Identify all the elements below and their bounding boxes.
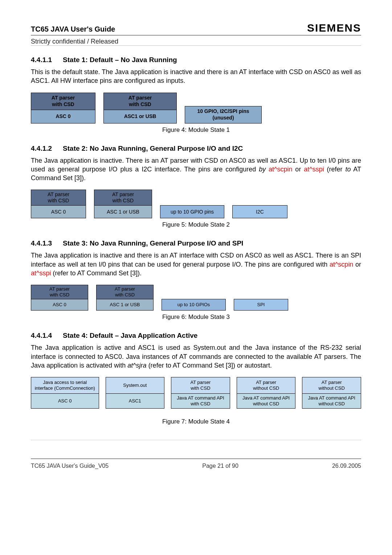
diag1-asc1: ASC1 or USB <box>103 110 177 123</box>
diag2-i2c: I2C <box>232 205 287 218</box>
section-title: State 4: Default – Java Application Acti… <box>63 332 197 340</box>
diag2-asc1: ASC 1 or USB <box>94 206 152 218</box>
figure-6-diagram: AT parserwith CSD ASC 0 AT parserwith CS… <box>31 285 361 311</box>
section-heading-1: 4.4.1.1 State 1: Default – No Java Runni… <box>31 56 361 64</box>
diag4-asc1: ASC1 <box>106 394 165 409</box>
page-footer: TC65 JAVA User's Guide_V05 Page 21 of 90… <box>31 458 361 469</box>
diag1-at-parser-a: AT parserwith CSD <box>31 93 95 110</box>
doc-title: TC65 JAVA User's Guide <box>31 25 115 33</box>
diag4-at-nocsd-2: AT parserwithout CSD <box>302 377 361 394</box>
diag2-asc0: ASC 0 <box>31 206 86 218</box>
diag4-java-serial: Java access to serialinterface (CommConn… <box>31 377 99 394</box>
diag4-at-csd: AT parserwith CSD <box>171 377 230 394</box>
diag2-gpio: up to 10 GPIO pins <box>160 205 224 218</box>
section-num: 4.4.1.2 <box>31 145 52 153</box>
section3-body: The Java application is inactive and the… <box>31 251 361 278</box>
section-heading-4: 4.4.1.4 State 4: Default – Java Applicat… <box>31 332 361 340</box>
diag4-api-nocsd-1: Java AT command APIwithout CSD <box>237 394 296 409</box>
section1-body: This is the default state. The Java appl… <box>31 68 361 85</box>
brand-logo: SIEMENS <box>307 22 361 34</box>
diag3-at-b: AT parserwith CSD <box>96 285 154 299</box>
section-title: State 3: No Java Running, General Purpos… <box>63 239 243 247</box>
figure-5-caption: Figure 5: Module State 2 <box>31 221 361 228</box>
diag3-asc1: ASC 1 or USB <box>96 299 154 311</box>
section-title: State 2: No Java Running, General Purpos… <box>63 145 243 153</box>
section2-body: The Java application is inactive. There … <box>31 156 361 183</box>
diag3-at-a: AT parserwith CSD <box>31 285 88 299</box>
figure-5-diagram: AT parserwith CSD ASC 0 AT parserwith CS… <box>31 190 361 218</box>
footer-left: TC65 JAVA User's Guide_V05 <box>31 463 109 469</box>
diag2-at-b: AT parserwith CSD <box>94 190 152 206</box>
figure-6-caption: Figure 6: Module State 3 <box>31 313 361 321</box>
diag3-spi: SPI <box>234 299 288 311</box>
diag4-at-nocsd-1: AT parserwithout CSD <box>237 377 296 394</box>
figure-7-diagram: Java access to serialinterface (CommConn… <box>31 377 361 409</box>
diag1-at-parser-b: AT parserwith CSD <box>103 93 177 110</box>
figure-4-caption: Figure 4: Module State 1 <box>31 126 361 134</box>
footer-right: 26.09.2005 <box>332 463 361 469</box>
doc-subtitle: Strictly confidential / Released <box>31 37 361 45</box>
section-heading-2: 4.4.1.2 State 2: No Java Running, Genera… <box>31 145 361 153</box>
diag4-asc0: ASC 0 <box>31 394 99 409</box>
section-num: 4.4.1.4 <box>31 332 52 340</box>
diag4-api-csd: Java AT command APIwith CSD <box>171 394 230 409</box>
diag3-asc0: ASC 0 <box>31 299 88 311</box>
footer-center: Page 21 of 90 <box>202 463 238 469</box>
section-title: State 1: Default – No Java Running <box>63 56 177 64</box>
section-heading-3: 4.4.1.3 State 3: No Java Running, Genera… <box>31 239 361 247</box>
diag4-api-nocsd-2: Java AT command APIwithout CSD <box>302 394 361 409</box>
figure-7-caption: Figure 7: Module State 4 <box>31 418 361 425</box>
diag4-systemout: System.out <box>106 377 165 394</box>
section4-body: The Java application is active and ASC1 … <box>31 343 361 370</box>
diag1-asc0: ASC 0 <box>31 110 95 123</box>
figure-4-diagram: AT parserwith CSD ASC 0 AT parserwith CS… <box>31 93 361 123</box>
diag3-gpio: up to 10 GPIOs <box>162 299 226 311</box>
diag1-pins: 10 GPIO, I2C/SPI pins(unused) <box>185 106 262 123</box>
section-num: 4.4.1.3 <box>31 239 52 247</box>
section-num: 4.4.1.1 <box>31 56 52 64</box>
diag2-at-a: AT parserwith CSD <box>31 190 86 206</box>
